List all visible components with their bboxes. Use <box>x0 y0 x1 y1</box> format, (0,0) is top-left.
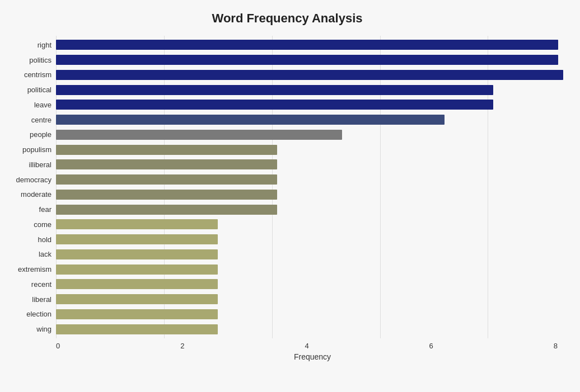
chart-area: rightpoliticscentrismpoliticalleavecentr… <box>6 36 569 338</box>
bar-row <box>56 188 569 201</box>
bar <box>56 324 218 334</box>
bars-column <box>56 36 569 338</box>
y-label: fear <box>39 204 52 216</box>
bar-row <box>56 323 569 336</box>
bar <box>56 309 218 319</box>
bar-row <box>56 263 569 276</box>
bar-row <box>56 158 569 171</box>
bars-and-grid <box>56 36 569 338</box>
y-label: democracy <box>16 173 52 186</box>
bar <box>56 145 277 155</box>
y-label: hold <box>38 233 52 245</box>
x-tick: 8 <box>554 342 558 350</box>
chart-container: Word Frequency Analysis rightpoliticscen… <box>0 0 580 392</box>
y-label: liberal <box>32 293 52 305</box>
bar <box>56 279 218 289</box>
y-label: politics <box>29 54 52 66</box>
bar-row <box>56 173 569 186</box>
x-tick: 0 <box>56 342 60 350</box>
bar <box>56 219 218 229</box>
bar-row <box>56 233 569 245</box>
bar-row <box>56 293 569 305</box>
y-label: centre <box>31 114 52 126</box>
bar-row <box>56 129 569 141</box>
bar <box>56 85 493 95</box>
y-axis: rightpoliticscentrismpoliticalleavecentr… <box>6 36 56 338</box>
bar-row <box>56 308 569 320</box>
bar-row <box>56 69 569 81</box>
bar <box>56 159 277 169</box>
x-axis: 02468 <box>56 342 569 350</box>
y-label: moderate <box>21 188 52 201</box>
bar <box>56 40 558 50</box>
bar <box>56 234 218 244</box>
y-label: illiberal <box>29 158 52 171</box>
bar-row <box>56 84 569 96</box>
bar <box>56 174 277 185</box>
bar <box>56 55 558 65</box>
bar-row <box>56 98 569 111</box>
bar <box>56 249 218 259</box>
bar-row <box>56 114 569 126</box>
bar <box>56 130 342 140</box>
bar <box>56 70 563 80</box>
y-label: extremism <box>18 263 52 276</box>
bar-row <box>56 278 569 290</box>
y-label: recent <box>31 278 52 290</box>
bar <box>56 205 277 215</box>
x-tick: 6 <box>429 342 433 350</box>
bar <box>56 115 445 125</box>
y-label: leave <box>34 98 52 111</box>
y-label: right <box>38 39 52 51</box>
chart-title: Word Frequency Analysis <box>6 11 569 26</box>
y-label: lack <box>39 248 52 261</box>
bar-row <box>56 204 569 216</box>
y-label: centrism <box>24 69 52 81</box>
bar-row <box>56 248 569 261</box>
bar <box>56 190 277 200</box>
y-label: election <box>26 308 52 320</box>
x-ticks: 02468 <box>56 342 558 350</box>
bar <box>56 100 493 110</box>
x-tick: 4 <box>305 342 308 350</box>
bar <box>56 294 218 304</box>
bar-row <box>56 144 569 156</box>
bar <box>56 265 218 275</box>
bar-row <box>56 218 569 230</box>
y-label: wing <box>36 323 52 336</box>
bar-row <box>56 39 569 51</box>
y-label: people <box>30 129 52 141</box>
y-label: political <box>27 84 52 96</box>
x-axis-label: Frequency <box>56 352 569 361</box>
bar-row <box>56 54 569 66</box>
y-label: populism <box>22 144 52 156</box>
x-tick: 2 <box>180 342 184 350</box>
y-label: come <box>34 218 52 230</box>
